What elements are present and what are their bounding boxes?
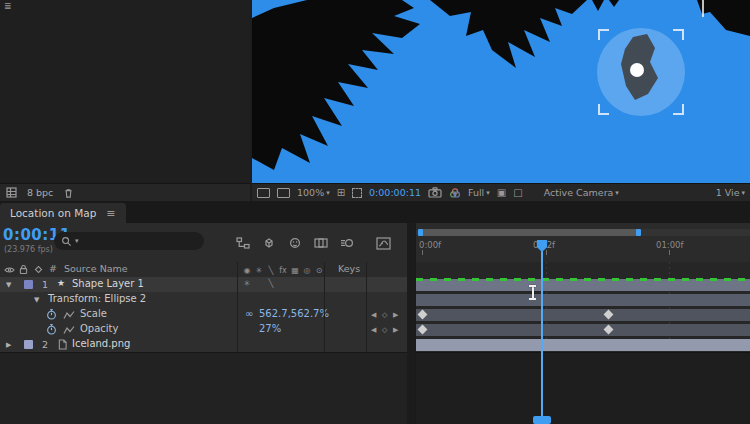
composition-viewer [252, 0, 750, 183]
panel-menu-icon[interactable]: ≡ [106, 207, 115, 220]
collapse-column-icon: ✳ [253, 266, 265, 275]
navigator-start-handle[interactable] [418, 229, 423, 236]
collapse-transformations-toggle[interactable]: ✳ [241, 279, 253, 288]
project-grid-icon[interactable] [6, 187, 17, 198]
chevron-down-icon: ▾ [326, 189, 330, 197]
composition-mini-flowchart-icon[interactable] [230, 233, 256, 253]
stopwatch-icon[interactable] [46, 308, 57, 321]
frame-blending-icon[interactable] [308, 233, 334, 253]
search-input[interactable]: ▾ [54, 232, 204, 250]
time-navigator-bar[interactable] [418, 229, 641, 236]
property-row-opacity[interactable]: Opacity 27% ◀ ◇ ▶ [0, 322, 407, 337]
layer-name[interactable]: Shape Layer 1 [72, 278, 144, 289]
constrain-proportions-icon[interactable]: ∞ [245, 308, 253, 319]
viewer-timecode[interactable]: 0:00:00:11 [369, 187, 421, 198]
navigator-end-handle[interactable] [636, 229, 641, 236]
layer-label-swatch[interactable] [24, 280, 33, 289]
trash-icon[interactable] [63, 187, 74, 199]
layer-label-swatch[interactable] [24, 340, 33, 349]
tab-location-on-map[interactable]: Location on Map ≡ [0, 203, 126, 223]
graph-toggle-icon[interactable] [63, 310, 75, 320]
shy-layers-icon[interactable] [282, 233, 308, 253]
timeline-track-pane: 0:00f 0:12f 01:00f [415, 223, 750, 424]
graph-toggle-icon[interactable] [63, 325, 75, 335]
source-name-column-label[interactable]: Source Name [64, 263, 128, 274]
ibeam-cursor [528, 285, 537, 299]
twirl-open-icon[interactable]: ▼ [34, 296, 39, 304]
footage-file-icon [58, 339, 67, 350]
project-panel-footer: 8 bpc [0, 183, 250, 201]
always-preview-icon[interactable] [257, 188, 270, 198]
view-layout-control[interactable]: 1 Vie ▾ [716, 187, 745, 198]
property-bar-scale[interactable] [416, 309, 750, 321]
panel-menu-icon[interactable]: ≣ [4, 1, 12, 11]
eye-icon [4, 266, 15, 274]
transparency-grid-icon[interactable]: ▣ [497, 187, 506, 198]
location-marker-dot [630, 63, 644, 77]
layer-column-header: # Source Name ◉✳╲fx▦◎⊙ Keys [0, 262, 407, 278]
add-keyframe-icon[interactable]: ◇ [382, 311, 387, 319]
draft-3d-icon[interactable] [256, 233, 282, 253]
empty-layer-area [0, 352, 407, 424]
timeline-splitter[interactable] [407, 223, 415, 424]
project-panel: ≣ [0, 0, 250, 183]
chevron-down-icon: ▾ [75, 237, 79, 245]
property-name[interactable]: Opacity [80, 323, 118, 334]
group-bar-transform[interactable] [416, 294, 750, 306]
shape-layer-icon: ★ [57, 278, 65, 288]
previous-keyframe-icon[interactable]: ◀ [371, 326, 376, 334]
group-row-transform-ellipse-2[interactable]: ▼ Transform: Ellipse 2 [0, 292, 407, 307]
region-of-interest-icon[interactable] [352, 188, 362, 198]
magnification-control[interactable]: 100% ▾ [297, 187, 330, 198]
lock-icon [19, 264, 28, 275]
add-keyframe-icon[interactable]: ◇ [382, 326, 387, 334]
label-column-icon [34, 265, 43, 274]
motion-blur-icon[interactable] [334, 233, 360, 253]
resolution-value[interactable]: Full [468, 187, 484, 198]
previous-keyframe-icon[interactable]: ◀ [371, 311, 376, 319]
column-divider [237, 262, 238, 352]
playhead-scroll-marker[interactable] [533, 416, 551, 424]
chevron-down-icon: ▾ [615, 189, 619, 197]
snapshot-camera-icon[interactable] [428, 187, 442, 198]
group-name[interactable]: Transform: Ellipse 2 [48, 293, 146, 304]
layer-row-shape-layer-1[interactable]: ▼ 1 ★ Shape Layer 1 ✳ ╲ [0, 277, 407, 292]
property-value[interactable]: 27% [259, 323, 281, 334]
quality-column-icon: ╲ [265, 266, 277, 275]
show-channel-icon[interactable] [449, 187, 461, 199]
3d-view-value[interactable]: Active Camera [544, 187, 614, 198]
number-column-label: # [49, 263, 57, 274]
ruler-label: 01:00f [656, 240, 684, 250]
playhead-line[interactable] [541, 251, 543, 424]
resolution-control[interactable]: Full ▾ [468, 187, 490, 198]
magnification-value[interactable]: 100% [297, 187, 324, 198]
property-row-scale[interactable]: Scale ∞ 562.7,562.7% ◀ ◇ ▶ [0, 307, 407, 322]
chevron-down-icon: ▾ [486, 189, 490, 197]
color-depth-label[interactable]: 8 bpc [27, 187, 53, 198]
frame-rate-label: (23.976 fps) [4, 245, 53, 254]
chevron-down-icon: ▾ [741, 189, 745, 197]
twirl-open-icon[interactable]: ▼ [6, 281, 11, 289]
property-bar-opacity[interactable] [416, 324, 750, 336]
effects-column-icon: fx [277, 266, 289, 275]
view-layout-value[interactable]: 1 Vie [716, 187, 740, 198]
ruler-label: 0:00f [419, 240, 441, 250]
property-name[interactable]: Scale [80, 308, 107, 319]
mask-visibility-icon[interactable]: □ [513, 187, 522, 198]
timeline-toggle-row [230, 233, 396, 253]
timeline-left-pane: 0:00:11 (23.976 fps) ▾ [0, 223, 407, 424]
grid-options-icon[interactable]: ⊞ [337, 187, 345, 198]
quality-toggle[interactable]: ╲ [265, 279, 277, 288]
next-keyframe-icon[interactable]: ▶ [393, 311, 398, 319]
primary-viewer-icon[interactable] [277, 188, 290, 198]
stopwatch-icon[interactable] [46, 323, 57, 336]
3d-view-control[interactable]: Active Camera ▾ [544, 187, 619, 198]
property-value[interactable]: 562.7,562.7% [259, 308, 329, 319]
twirl-closed-icon[interactable]: ▶ [6, 341, 11, 349]
layer-bar-iceland-png[interactable] [416, 339, 750, 351]
graph-editor-icon[interactable] [370, 233, 396, 253]
track-empty-area [416, 352, 750, 424]
next-keyframe-icon[interactable]: ▶ [393, 326, 398, 334]
layer-row-iceland-png[interactable]: ▶ 2 Iceland.png [0, 337, 407, 352]
layer-name[interactable]: Iceland.png [72, 338, 130, 349]
